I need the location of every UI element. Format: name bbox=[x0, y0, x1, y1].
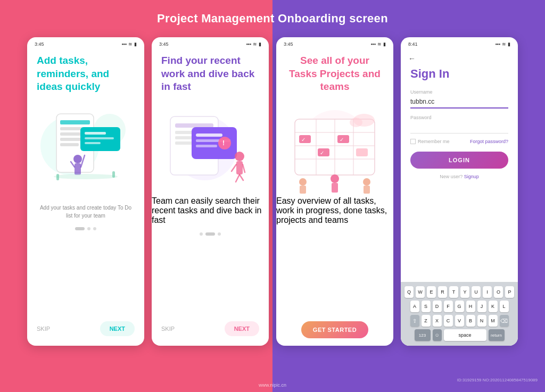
svg-point-52 bbox=[299, 178, 307, 186]
key-v[interactable]: V bbox=[455, 315, 464, 327]
svg-line-35 bbox=[236, 174, 240, 182]
status-icons-3: ▪▪▪ ≋ ▮ bbox=[370, 41, 386, 47]
svg-rect-21 bbox=[175, 123, 213, 128]
signup-link[interactable]: Signup bbox=[464, 174, 479, 179]
key-shift[interactable]: ⇧ bbox=[410, 315, 419, 327]
keyboard-row-3: ⇧ Z X C V B N M ⌫ bbox=[403, 315, 516, 327]
skip-button-1[interactable]: SKIP bbox=[37, 326, 50, 332]
screen-1: 3:45 ▪▪▪ ≋ ▮ Add tasks, reminders, and i… bbox=[27, 37, 144, 346]
key-n[interactable]: N bbox=[477, 315, 486, 327]
screen3-subtext: Easy overview of all tasks, work in prog… bbox=[276, 196, 393, 225]
wifi-icon: ≋ bbox=[128, 41, 133, 47]
key-h[interactable]: H bbox=[466, 301, 475, 312]
key-i[interactable]: I bbox=[483, 286, 492, 298]
key-k[interactable]: K bbox=[489, 301, 498, 312]
key-return[interactable]: return bbox=[489, 329, 505, 341]
svg-rect-53 bbox=[300, 186, 306, 194]
remember-left: Remember me bbox=[410, 139, 450, 144]
screens-container: 3:45 ▪▪▪ ≋ ▮ Add tasks, reminders, and i… bbox=[11, 37, 534, 346]
key-j[interactable]: J bbox=[477, 301, 486, 312]
get-started-button[interactable]: GET STARTED bbox=[301, 321, 368, 338]
key-m[interactable]: M bbox=[489, 315, 498, 327]
svg-point-29 bbox=[218, 137, 231, 149]
key-x[interactable]: X bbox=[433, 315, 442, 327]
svg-line-36 bbox=[240, 174, 243, 180]
key-e[interactable]: E bbox=[427, 286, 436, 298]
status-icons-4: ▪▪▪ ≋ ▮ bbox=[495, 41, 510, 47]
key-u[interactable]: U bbox=[472, 286, 481, 298]
key-l[interactable]: L bbox=[500, 301, 509, 312]
svg-point-59 bbox=[350, 118, 362, 127]
wifi-icon-4: ≋ bbox=[502, 41, 506, 47]
dot-3 bbox=[93, 227, 96, 230]
svg-rect-3 bbox=[60, 120, 90, 124]
screen3-footer: GET STARTED bbox=[276, 321, 393, 338]
status-bar-3: 3:45 ▪▪▪ ≋ ▮ bbox=[276, 37, 393, 49]
key-r[interactable]: R bbox=[438, 286, 447, 298]
key-delete[interactable]: ⌫ bbox=[500, 315, 509, 327]
screen1-dots bbox=[27, 227, 144, 230]
username-group: Username bbox=[401, 85, 518, 111]
key-emoji[interactable]: ☺ bbox=[433, 329, 442, 341]
skip-button-2[interactable]: SKIP bbox=[161, 326, 175, 332]
next-button-1[interactable]: NEXT bbox=[100, 321, 135, 336]
remember-checkbox[interactable] bbox=[410, 139, 416, 144]
svg-rect-13 bbox=[75, 163, 81, 175]
password-label: Password bbox=[410, 115, 508, 120]
key-g[interactable]: G bbox=[455, 301, 464, 312]
screen1-heading: Add tasks, reminders, and ideas quickly bbox=[27, 49, 144, 98]
svg-rect-9 bbox=[85, 132, 106, 135]
password-input[interactable] bbox=[410, 122, 508, 134]
time-3: 3:45 bbox=[284, 41, 293, 47]
screen2-subtext: Team can easily search their recent task… bbox=[152, 196, 269, 225]
key-123[interactable]: 123 bbox=[415, 329, 431, 341]
forgot-password-link[interactable]: Forgot password? bbox=[470, 139, 508, 144]
password-group: Password bbox=[401, 111, 518, 136]
username-input[interactable] bbox=[410, 97, 508, 109]
battery-icon-3: ▮ bbox=[383, 41, 386, 47]
svg-rect-17 bbox=[56, 174, 59, 180]
screen2-footer: SKIP NEXT bbox=[152, 321, 269, 336]
wifi-icon-3: ≋ bbox=[377, 41, 382, 47]
key-c[interactable]: C bbox=[444, 315, 453, 327]
key-d[interactable]: D bbox=[433, 301, 442, 312]
wifi-icon-2: ≋ bbox=[253, 41, 257, 47]
screen1-illustration bbox=[27, 98, 144, 196]
time-4: 8:41 bbox=[408, 41, 418, 47]
svg-text:✓: ✓ bbox=[301, 137, 305, 143]
back-arrow[interactable]: ← bbox=[401, 49, 518, 63]
svg-rect-18 bbox=[112, 171, 115, 178]
key-p[interactable]: P bbox=[505, 286, 514, 298]
time-2: 3:45 bbox=[159, 41, 169, 47]
dot-5 bbox=[205, 232, 215, 236]
key-q[interactable]: Q bbox=[404, 286, 414, 298]
keyboard-row-2: A S D F G H J K L bbox=[403, 301, 516, 312]
key-a[interactable]: A bbox=[410, 301, 419, 312]
svg-rect-5 bbox=[60, 132, 81, 136]
screen3-illustration: ✓ ✓ ✓ bbox=[276, 98, 393, 196]
keyboard-row-4: 123 ☺ space return bbox=[403, 329, 516, 341]
login-button[interactable]: LOGIN bbox=[410, 152, 508, 169]
status-bar-1: 3:45 ▪▪▪ ≋ ▮ bbox=[27, 37, 144, 49]
status-bar-2: 3:45 ▪▪▪ ≋ ▮ bbox=[152, 37, 269, 49]
key-y[interactable]: Y bbox=[460, 286, 469, 298]
next-button-2[interactable]: NEXT bbox=[225, 321, 259, 336]
key-z[interactable]: Z bbox=[422, 315, 431, 327]
key-b[interactable]: B bbox=[466, 315, 475, 327]
key-f[interactable]: F bbox=[444, 301, 453, 312]
dot-2 bbox=[87, 227, 90, 230]
svg-rect-55 bbox=[332, 183, 338, 193]
status-icons-2: ▪▪▪ ≋ ▮ bbox=[246, 41, 261, 47]
new-user-text: New user? bbox=[440, 174, 463, 179]
key-w[interactable]: W bbox=[416, 286, 425, 298]
svg-rect-7 bbox=[60, 143, 79, 146]
svg-rect-11 bbox=[85, 142, 101, 144]
svg-rect-57 bbox=[364, 186, 370, 194]
svg-rect-10 bbox=[85, 137, 114, 139]
key-t[interactable]: T bbox=[449, 286, 458, 298]
key-space[interactable]: space bbox=[444, 329, 486, 341]
key-o[interactable]: O bbox=[494, 286, 503, 298]
key-s[interactable]: S bbox=[422, 301, 431, 312]
battery-icon: ▮ bbox=[134, 41, 137, 47]
watermark-id: ID:31929159 NO:20201124085847519089 bbox=[457, 378, 538, 382]
